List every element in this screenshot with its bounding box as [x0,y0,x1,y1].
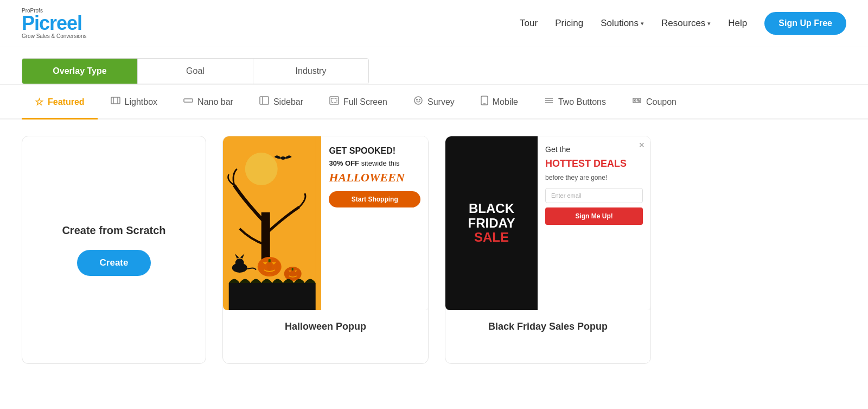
fullscreen-icon [329,96,339,108]
svg-point-21 [281,156,285,160]
bf-left: BLACK FRIDAY SALE [445,136,538,310]
hw-off: 30% OFF sitewide this [329,159,420,167]
tab-coupon-label: Coupon [646,97,676,107]
bf-before: before they are gone! [545,174,643,181]
halloween-right: GET SPOOKED! 30% OFF sitewide this HALLO… [321,136,428,310]
hw-halloween: HALLOWEEN [329,171,420,185]
svg-point-20 [245,153,278,185]
svg-rect-34 [292,268,293,270]
tab-twobuttons-label: Two Buttons [558,97,606,107]
blackfriday-preview: BLACK FRIDAY SALE ✕ Get the HOTTEST DEAL… [445,136,650,310]
tab-lightbox-label: Lightbox [125,97,158,107]
bf-friday: FRIDAY [468,216,515,230]
filter-bar: Overlay Type Goal Industry [0,47,868,85]
close-icon: ✕ [639,141,645,149]
type-tabs-bar: ☆ Featured Lightbox Nano bar Sidebar F [0,85,868,119]
halloween-label: Halloween Popup [223,310,428,343]
card-blackfriday: BLACK FRIDAY SALE ✕ Get the HOTTEST DEAL… [445,136,651,364]
logo-area: ProProfs Picreel Grow Sales & Conversion… [22,8,87,39]
signup-button[interactable]: Sign Up Free [764,12,846,35]
svg-point-24 [235,259,244,267]
svg-rect-4 [260,97,269,104]
tab-sidebar-label: Sidebar [273,97,303,107]
twobuttons-icon [544,96,554,108]
lightbox-icon [111,96,120,108]
header: ProProfs Picreel Grow Sales & Conversion… [0,0,868,47]
card-scratch: Create from Scratch Create [22,136,206,364]
bf-email[interactable]: Enter email [545,188,643,203]
bf-hottest: HOTTEST DEALS [545,158,643,169]
tab-mobile-label: Mobile [493,97,518,107]
bf-get-the: Get the [545,145,643,154]
svg-rect-37 [229,283,316,310]
card-halloween: GET SPOOKED! 30% OFF sitewide this HALLO… [222,136,429,364]
nav-help[interactable]: Help [728,18,747,29]
svg-point-10 [419,99,420,100]
svg-point-9 [417,99,418,100]
tab-featured[interactable]: ☆ Featured [22,85,98,119]
nav-solutions[interactable]: Solutions ▾ [601,18,644,29]
bf-black: BLACK [468,202,515,216]
resources-chevron-icon: ▾ [707,20,711,27]
nav: Tour Pricing Solutions ▾ Resources ▾ Hel… [520,12,846,35]
scratch-label: Create from Scratch [62,224,165,237]
svg-rect-30 [269,259,271,262]
tab-lightbox[interactable]: Lightbox [98,85,171,119]
mobile-icon [481,96,488,108]
bf-sale: SALE [468,230,515,244]
tab-coupon[interactable]: Coupon [619,85,690,119]
survey-icon [413,96,423,108]
cards-area: Create from Scratch Create [0,119,868,380]
halloween-cta[interactable]: Start Shopping [329,191,420,207]
create-button[interactable]: Create [77,250,151,276]
svg-rect-7 [331,98,337,103]
logo: Picreel [22,14,87,33]
nav-pricing[interactable]: Pricing [555,18,583,29]
solutions-chevron-icon: ▾ [641,20,644,27]
tab-fullscreen[interactable]: Full Screen [316,85,400,119]
halloween-preview: GET SPOOKED! 30% OFF sitewide this HALLO… [223,136,428,310]
tab-sidebar[interactable]: Sidebar [246,85,316,119]
nav-resources[interactable]: Resources ▾ [661,18,711,29]
filter-tab-industry[interactable]: Industry [253,59,368,84]
tab-survey[interactable]: Survey [400,85,468,119]
svg-point-8 [414,97,422,104]
tab-survey-label: Survey [427,97,455,107]
filter-tabs: Overlay Type Goal Industry [22,58,369,84]
tab-featured-label: Featured [48,97,85,107]
tab-fullscreen-label: Full Screen [343,97,387,107]
bf-text-block: BLACK FRIDAY SALE [468,202,515,244]
filter-tab-goal[interactable]: Goal [138,59,253,84]
blackfriday-label: Black Friday Sales Popup [445,310,650,343]
type-tabs: ☆ Featured Lightbox Nano bar Sidebar F [22,85,846,118]
svg-rect-0 [111,97,120,104]
tab-mobile[interactable]: Mobile [468,85,531,119]
tab-nanobar-label: Nano bar [197,97,233,107]
hw-get-spooked: GET SPOOKED! [329,146,420,156]
nanobar-icon [183,96,193,108]
halloween-left [223,136,321,310]
filter-tab-overlay[interactable]: Overlay Type [22,59,138,84]
tab-nanobar[interactable]: Nano bar [170,85,246,119]
coupon-icon [632,96,642,108]
bf-cta[interactable]: Sign Me Up! [545,207,643,225]
tab-twobuttons[interactable]: Two Buttons [531,85,619,119]
star-icon: ☆ [35,96,43,108]
svg-point-16 [634,100,636,102]
logo-tagline: Grow Sales & Conversions [22,33,87,39]
svg-rect-3 [184,99,193,102]
bf-right: ✕ Get the HOTTEST DEALS before they are … [538,136,650,310]
sidebar-icon [259,96,269,108]
nav-tour[interactable]: Tour [520,18,538,29]
